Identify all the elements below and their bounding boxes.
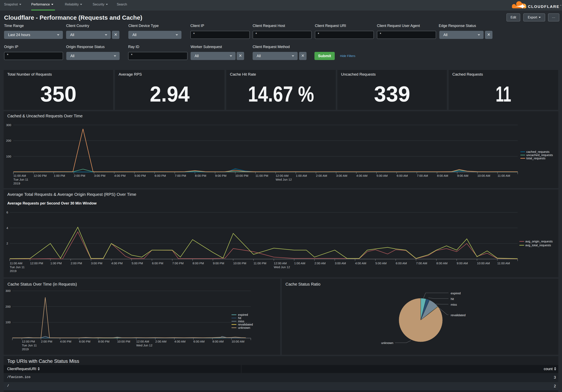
svg-text:revalidated: revalidated <box>451 313 466 317</box>
svg-text:unknown: unknown <box>381 341 393 345</box>
svg-text:hit: hit <box>451 297 454 300</box>
svg-text:expired: expired <box>451 291 461 295</box>
svg-text:miss: miss <box>451 303 457 306</box>
